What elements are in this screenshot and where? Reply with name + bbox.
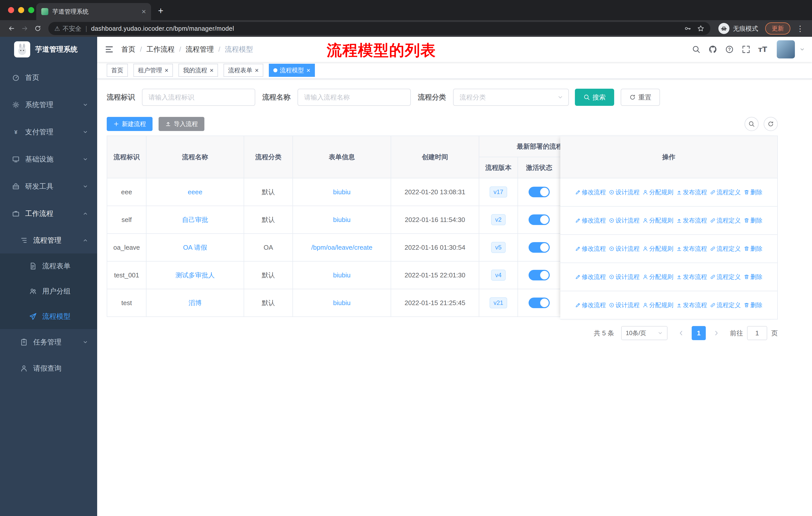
breadcrumb-item[interactable]: 流程管理 (186, 45, 214, 54)
sidebar-item-process-manage[interactable]: 流程管理 (0, 227, 97, 253)
search-icon[interactable] (690, 43, 703, 56)
action-edit[interactable]: 修改流程 (575, 188, 606, 196)
tab-process-form[interactable]: 流程表单× (224, 64, 263, 77)
action-delete[interactable]: 删除 (744, 245, 762, 253)
sidebar-toggle-icon[interactable] (97, 45, 121, 54)
refresh-table-button[interactable] (764, 117, 778, 131)
action-definition[interactable]: 流程定义 (710, 301, 741, 309)
form-info-link[interactable]: /bpm/oa/leave/create (311, 244, 373, 251)
process-name-link[interactable]: 自己审批 (182, 216, 208, 223)
window-close-button[interactable] (8, 7, 14, 13)
process-name-link[interactable]: 滔博 (188, 299, 202, 307)
sidebar-logo[interactable]: 芋道管理系统 (0, 37, 97, 62)
breadcrumb-item[interactable]: 首页 (121, 45, 136, 54)
help-icon[interactable]: ? (723, 43, 736, 56)
action-assign[interactable]: 分配规则 (643, 188, 673, 196)
active-toggle[interactable] (529, 242, 550, 253)
active-toggle[interactable] (529, 187, 550, 197)
action-definition[interactable]: 流程定义 (710, 216, 741, 224)
prev-page-button[interactable] (674, 326, 688, 340)
action-assign[interactable]: 分配规则 (643, 216, 673, 224)
next-page-button[interactable] (710, 326, 723, 340)
password-manager-icon[interactable] (684, 25, 691, 32)
action-publish[interactable]: 发布流程 (676, 188, 707, 196)
import-process-button[interactable]: 导入流程 (158, 117, 204, 131)
sidebar-item-process-form[interactable]: 流程表单 (0, 253, 97, 279)
tab-my-process[interactable]: 我的流程× (178, 64, 218, 77)
github-icon[interactable] (706, 43, 719, 56)
action-design[interactable]: 设计流程 (609, 188, 640, 196)
window-minimize-button[interactable] (18, 7, 24, 13)
action-publish[interactable]: 发布流程 (676, 301, 707, 309)
action-publish[interactable]: 发布流程 (676, 273, 707, 281)
sidebar-item-leave-query[interactable]: 请假查询 (0, 355, 97, 381)
close-icon[interactable]: × (165, 67, 168, 74)
window-zoom-button[interactable] (28, 7, 34, 13)
fullscreen-icon[interactable] (740, 43, 753, 56)
page-number-current[interactable]: 1 (692, 326, 706, 340)
toggle-search-button[interactable] (745, 117, 759, 131)
action-delete[interactable]: 删除 (744, 188, 762, 196)
avatar-caret-icon[interactable] (800, 47, 805, 52)
font-size-icon[interactable]: тT (756, 43, 769, 56)
forward-button[interactable] (18, 22, 31, 35)
category-select[interactable]: 流程分类 (453, 89, 569, 106)
action-design[interactable]: 设计流程 (609, 273, 640, 281)
goto-page-input[interactable] (747, 326, 767, 340)
action-design[interactable]: 设计流程 (609, 245, 640, 253)
action-design[interactable]: 设计流程 (609, 301, 640, 309)
action-design[interactable]: 设计流程 (609, 216, 640, 224)
process-name-link[interactable]: 测试多审批人 (175, 271, 215, 279)
action-publish[interactable]: 发布流程 (676, 216, 707, 224)
close-icon[interactable]: × (210, 67, 213, 74)
tab-tenant[interactable]: 租户管理× (134, 64, 173, 77)
action-delete[interactable]: 删除 (744, 301, 762, 309)
active-toggle[interactable] (529, 214, 550, 225)
browser-menu-icon[interactable]: ⋮ (793, 24, 807, 33)
create-process-button[interactable]: 新建流程 (107, 117, 152, 131)
bookmark-star-icon[interactable] (697, 25, 704, 32)
action-definition[interactable]: 流程定义 (710, 273, 741, 281)
action-delete[interactable]: 删除 (744, 273, 762, 281)
action-definition[interactable]: 流程定义 (710, 188, 741, 196)
new-tab-button[interactable]: + (158, 5, 163, 16)
form-info-link[interactable]: biubiu (333, 271, 350, 279)
tab-process-model[interactable]: 流程模型× (269, 64, 315, 77)
process-name-link[interactable]: eeee (188, 188, 202, 196)
action-edit[interactable]: 修改流程 (575, 273, 606, 281)
url-field[interactable]: ⚠ 不安全 | dashboard.yudao.iocoder.cn/bpm/m… (48, 22, 710, 35)
action-assign[interactable]: 分配规则 (643, 301, 673, 309)
sidebar-item-home[interactable]: 首页 (0, 64, 97, 91)
action-edit[interactable]: 修改流程 (575, 245, 606, 253)
sidebar-item-workflow[interactable]: 工作流程 (0, 200, 97, 227)
active-toggle[interactable] (529, 298, 550, 308)
process-key-input[interactable] (142, 89, 255, 106)
browser-tab[interactable]: 芋道管理系统 × (36, 3, 151, 20)
security-indicator[interactable]: ⚠ 不安全 (54, 24, 81, 33)
action-publish[interactable]: 发布流程 (676, 245, 707, 253)
action-edit[interactable]: 修改流程 (575, 301, 606, 309)
sidebar-item-devtools[interactable]: 研发工具 (0, 173, 97, 200)
close-icon[interactable]: × (255, 67, 259, 74)
tab-home[interactable]: 首页 (107, 64, 128, 77)
form-info-link[interactable]: biubiu (333, 188, 350, 196)
page-size-select[interactable]: 10条/页 (621, 326, 668, 340)
action-edit[interactable]: 修改流程 (575, 216, 606, 224)
tab-close-icon[interactable]: × (141, 8, 146, 16)
sidebar-item-process-model[interactable]: 流程模型 (0, 304, 97, 329)
action-assign[interactable]: 分配规则 (643, 273, 673, 281)
reset-button[interactable]: 重置 (621, 89, 660, 106)
sidebar-item-payment[interactable]: ¥支付管理 (0, 118, 97, 146)
action-definition[interactable]: 流程定义 (710, 245, 741, 253)
close-icon[interactable]: × (307, 67, 310, 74)
avatar[interactable] (777, 40, 795, 58)
form-info-link[interactable]: biubiu (333, 299, 350, 307)
sidebar-item-task-manage[interactable]: 任务管理 (0, 329, 97, 355)
browser-update-button[interactable]: 更新 (765, 22, 790, 34)
sidebar-item-system[interactable]: 系统管理 (0, 91, 97, 118)
process-name-input[interactable] (297, 89, 411, 106)
search-button[interactable]: 搜索 (575, 89, 614, 106)
back-button[interactable] (5, 22, 18, 35)
breadcrumb-item[interactable]: 工作流程 (146, 45, 175, 54)
process-name-link[interactable]: OA 请假 (183, 244, 207, 251)
